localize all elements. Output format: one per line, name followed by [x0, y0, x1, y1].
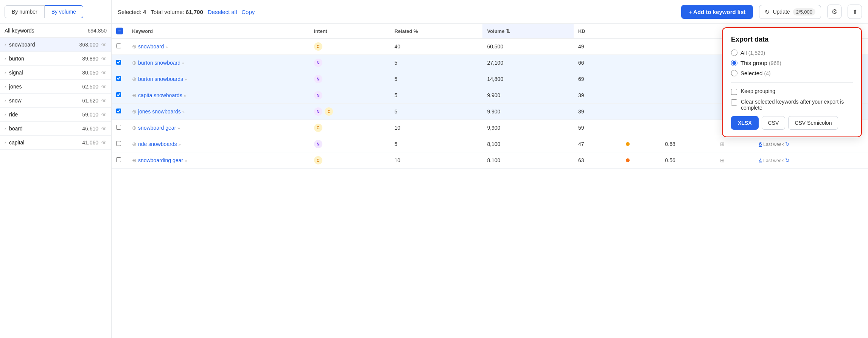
keyword-link[interactable]: snowboarding gear [138, 157, 183, 163]
intent-badge: C [314, 124, 322, 132]
links-cell: 4 Last week ↻ [754, 152, 868, 169]
row-checkbox[interactable] [116, 125, 121, 130]
keyword-link[interactable]: ride snowboards [138, 141, 177, 147]
sidebar-item-burton[interactable]: › burton 89,890 👁 [0, 52, 111, 66]
keyword-cell: ⊕ burton snowboards » [128, 71, 310, 87]
row-checkbox-cell[interactable] [112, 39, 128, 55]
sidebar-item-jones[interactable]: › jones 62,500 👁 [0, 80, 111, 94]
sidebar-all-row: All keywords 694,850 [0, 24, 111, 38]
keyword-cell: ⊕ ride snowboards » [128, 136, 310, 152]
copy-button[interactable]: Copy [241, 9, 255, 15]
row-checkbox-cell[interactable] [112, 136, 128, 152]
tab-by-number[interactable]: By number [5, 5, 45, 18]
chevron-right-icon: › [5, 98, 6, 103]
eye-icon[interactable]: 👁 [101, 70, 107, 76]
eye-icon[interactable]: 👁 [101, 56, 107, 62]
refresh-icon[interactable]: ↻ [785, 157, 790, 163]
keyword-link[interactable]: capita snowboards [138, 92, 182, 98]
chevron-double-icon: » [185, 77, 187, 82]
difficulty-dot [626, 142, 630, 146]
sidebar-item-capital[interactable]: › capital 41,060 👁 [0, 136, 111, 150]
chevron-double-icon: » [179, 142, 181, 147]
keep-grouping-checkbox[interactable] [731, 89, 737, 95]
keep-grouping-checkbox-row[interactable]: Keep grouping [731, 88, 853, 95]
sidebar-item-ride[interactable]: › ride 59,010 👁 [0, 108, 111, 122]
update-button[interactable]: ↻ Update 2/5,000 [759, 5, 821, 19]
volume-cell: 14,800 [482, 71, 574, 87]
updated-label: Last week [763, 158, 784, 163]
keyword-link[interactable]: jones snowboards [138, 109, 181, 115]
keyword-link[interactable]: snowboard [138, 43, 164, 50]
keep-grouping-label: Keep grouping [741, 88, 775, 94]
intent-badge: C [314, 156, 322, 164]
export-radio-this-group[interactable] [731, 60, 737, 66]
intent-cell: C [310, 152, 390, 169]
keyword-link[interactable]: snowboard gear [138, 125, 176, 131]
pages-icon: ⊞ [720, 157, 725, 163]
sidebar-item-label: snowboard [9, 42, 79, 48]
row-checkbox-cell[interactable] [112, 55, 128, 71]
sidebar-item-label: ride [9, 112, 82, 118]
sidebar-item-count: 41,060 [82, 140, 98, 146]
eye-icon[interactable]: 👁 [101, 126, 107, 132]
keyword-link[interactable]: burton snowboards [138, 76, 183, 82]
eye-icon[interactable]: 👁 [101, 140, 107, 146]
export-radio-selected[interactable] [731, 70, 737, 76]
sidebar-item-snowboard[interactable]: › snowboard 363,000 👁 [0, 38, 111, 52]
csv-button[interactable]: CSV [762, 116, 786, 130]
sidebar-item-board[interactable]: › board 46,610 👁 [0, 122, 111, 136]
sidebar-item-snow[interactable]: › snow 61,620 👁 [0, 94, 111, 108]
row-checkbox-cell[interactable] [112, 87, 128, 104]
keyword-cell: ⊕ snowboard » [128, 39, 310, 55]
row-checkbox[interactable] [116, 109, 121, 113]
export-radio-group: All (1,529) This group (968) Selected (4… [731, 50, 853, 76]
th-related: Related % [390, 24, 482, 39]
th-checkbox[interactable]: − [112, 24, 128, 39]
kd-dot-cell [620, 136, 661, 152]
sidebar-item-signal[interactable]: › signal 80,050 👁 [0, 66, 111, 80]
row-checkbox[interactable] [116, 157, 121, 162]
row-checkbox[interactable] [116, 43, 121, 48]
row-checkbox[interactable] [116, 76, 121, 81]
row-checkbox[interactable] [116, 60, 121, 65]
export-option-this-group[interactable]: This group (968) [731, 60, 853, 66]
deselect-all-button[interactable]: Deselect all [208, 9, 237, 15]
keyword-cell: ⊕ burton snowboard » [128, 55, 310, 71]
add-to-keyword-list-button[interactable]: + Add to keyword list [681, 5, 753, 19]
refresh-icon[interactable]: ↻ [785, 141, 790, 147]
settings-button[interactable]: ⚙ [827, 5, 842, 19]
clear-keywords-checkbox-row[interactable]: Clear selected keywords after your expor… [731, 99, 853, 111]
sidebar-item-label: jones [9, 84, 82, 90]
export-option-selected[interactable]: Selected (4) [731, 70, 853, 76]
row-checkbox-cell[interactable] [112, 104, 128, 120]
add-circle-icon: ⊕ [132, 76, 137, 82]
add-circle-icon: ⊕ [132, 109, 137, 115]
chevron-right-icon: › [5, 112, 6, 117]
add-circle-icon: ⊕ [132, 141, 137, 147]
row-checkbox-cell[interactable] [112, 152, 128, 169]
volume-cell: 27,100 [482, 55, 574, 71]
row-checkbox-cell[interactable] [112, 120, 128, 136]
csv-semicolon-button[interactable]: CSV Semicolon [788, 116, 838, 130]
eye-icon[interactable]: 👁 [101, 98, 107, 104]
keyword-link[interactable]: burton snowboard [138, 60, 180, 66]
export-option-all[interactable]: All (1,529) [731, 50, 853, 56]
eye-icon[interactable]: 👁 [101, 42, 107, 48]
row-checkbox[interactable] [116, 141, 121, 146]
sidebar-item-count: 89,890 [82, 56, 98, 62]
links-count[interactable]: 6 [759, 141, 762, 147]
intent-cell: N C [310, 104, 390, 120]
deselect-icon[interactable]: − [116, 28, 123, 34]
export-button[interactable]: ⬆ [848, 5, 862, 19]
row-checkbox-cell[interactable] [112, 71, 128, 87]
xlsx-button[interactable]: XLSX [731, 116, 759, 130]
clear-keywords-checkbox[interactable] [731, 99, 737, 105]
eye-icon[interactable]: 👁 [101, 84, 107, 90]
th-volume[interactable]: Volume ⇅ [482, 24, 574, 39]
links-count[interactable]: 4 [759, 157, 762, 163]
export-radio-all[interactable] [731, 50, 737, 56]
tab-by-volume[interactable]: By volume [45, 5, 83, 18]
row-checkbox[interactable] [116, 92, 121, 97]
eye-icon[interactable]: 👁 [101, 112, 107, 118]
pages-cell: ⊞ [716, 152, 754, 169]
